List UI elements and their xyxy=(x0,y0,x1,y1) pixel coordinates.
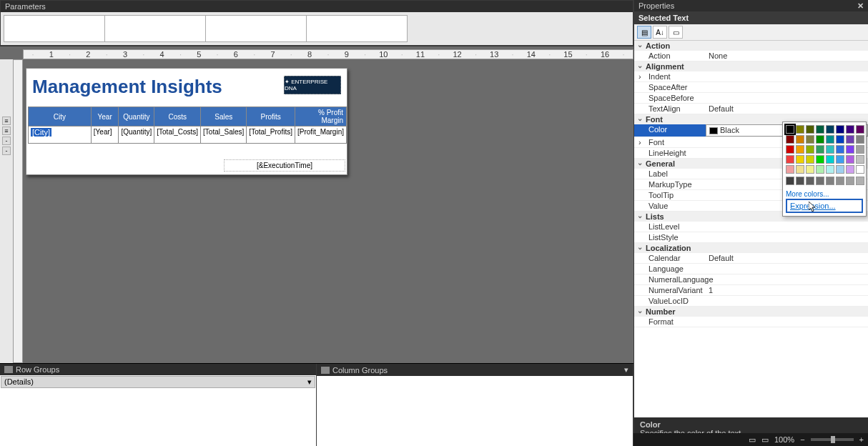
zoom-in-button[interactable]: + xyxy=(859,435,864,444)
color-swatch[interactable] xyxy=(846,155,854,164)
color-swatch[interactable] xyxy=(796,125,804,134)
expression-link[interactable]: Expression... xyxy=(786,199,863,213)
more-colors-link[interactable]: More colors... xyxy=(786,189,863,199)
color-swatch[interactable] xyxy=(816,155,824,164)
color-swatch[interactable] xyxy=(816,177,824,185)
grid-icon xyxy=(321,367,330,374)
color-swatch[interactable] xyxy=(826,155,834,164)
categorized-button[interactable]: ▤ xyxy=(637,26,651,39)
color-swatch[interactable] xyxy=(826,145,834,154)
handle-icon[interactable]: - xyxy=(2,147,11,155)
color-swatch[interactable] xyxy=(796,165,804,174)
color-swatch[interactable] xyxy=(846,135,854,144)
color-swatch[interactable] xyxy=(856,177,864,185)
grid-icon xyxy=(4,366,13,373)
row-handles: ≡ ≡ - - xyxy=(0,59,13,363)
color-swatch[interactable] xyxy=(856,145,864,154)
handle-icon[interactable]: ≡ xyxy=(2,117,11,125)
color-swatch[interactable] xyxy=(826,177,834,185)
color-swatch[interactable] xyxy=(826,135,834,144)
chevron-down-icon[interactable]: ▾ xyxy=(307,377,312,387)
color-swatch[interactable] xyxy=(806,165,814,174)
color-swatch[interactable] xyxy=(836,125,844,134)
parameters-body xyxy=(1,12,633,45)
design-surface[interactable]: ·1·2·3·4·5·6·7·8·9·10·11·12·13·14·15·16·… xyxy=(0,46,633,363)
selected-text-label: Selected Text xyxy=(634,11,868,24)
color-swatch[interactable] xyxy=(846,165,854,174)
color-swatch[interactable] xyxy=(786,125,794,134)
handle-icon[interactable]: - xyxy=(2,137,11,145)
status-bar: ▭ ▭ 100% − + xyxy=(633,433,868,446)
properties-grid[interactable]: ActionActionNoneAlignment› IndentSpaceAf… xyxy=(634,41,868,417)
color-swatch[interactable] xyxy=(786,135,794,144)
column-groups-header: Column Groups ▾ xyxy=(317,364,633,376)
color-swatch[interactable] xyxy=(816,125,824,134)
properties-header: Properties ✕ xyxy=(634,0,868,11)
color-swatch[interactable] xyxy=(836,155,844,164)
details-group[interactable]: (Details) ▾ xyxy=(1,376,315,388)
color-swatch[interactable] xyxy=(806,177,814,185)
color-swatch[interactable] xyxy=(836,177,844,185)
zoom-slider[interactable] xyxy=(811,438,854,441)
logo-image[interactable]: ✦ ENTERPRISE DNA xyxy=(284,76,341,94)
color-swatch[interactable] xyxy=(786,145,794,154)
color-swatch[interactable] xyxy=(826,165,834,174)
zoom-out-button[interactable]: − xyxy=(800,435,804,444)
report-canvas[interactable]: Management Insights ✦ ENTERPRISE DNA Cit… xyxy=(26,68,347,175)
chevron-down-icon[interactable]: ▾ xyxy=(624,365,628,375)
view-icon[interactable]: ▭ xyxy=(761,435,769,445)
color-swatch[interactable] xyxy=(846,145,854,154)
color-swatch[interactable] xyxy=(816,135,824,144)
color-swatch[interactable] xyxy=(856,165,864,174)
color-swatch[interactable] xyxy=(816,165,824,174)
color-swatch[interactable] xyxy=(786,177,794,185)
color-swatch[interactable] xyxy=(836,135,844,144)
color-picker-popup: More colors... Expression... xyxy=(782,122,867,217)
param-cell[interactable] xyxy=(306,15,408,42)
view-icon[interactable]: ▭ xyxy=(749,435,756,445)
close-icon[interactable]: ✕ xyxy=(857,1,864,11)
color-swatch[interactable] xyxy=(836,165,844,174)
color-swatch[interactable] xyxy=(796,155,804,164)
alphabetical-button[interactable]: A↓ xyxy=(653,26,667,39)
color-swatch[interactable] xyxy=(846,125,854,134)
color-swatch[interactable] xyxy=(826,125,834,134)
parameters-header: Parameters xyxy=(1,1,633,12)
color-swatch[interactable] xyxy=(856,135,864,144)
color-swatch[interactable] xyxy=(806,125,814,134)
properties-toolbar: ▤ A↓ ▭ xyxy=(634,24,868,41)
color-swatch[interactable] xyxy=(856,125,864,134)
color-swatch[interactable] xyxy=(796,135,804,144)
tablix[interactable]: CityYearQuantityCostsSalesProfits% Profi… xyxy=(28,106,347,144)
color-swatch[interactable] xyxy=(806,145,814,154)
row-groups-header: Row Groups xyxy=(0,364,316,375)
ruler-vertical xyxy=(13,59,23,363)
handle-icon[interactable]: ≡ xyxy=(2,127,11,135)
param-cell[interactable] xyxy=(4,15,105,42)
param-cell[interactable] xyxy=(205,15,307,42)
property-pages-button[interactable]: ▭ xyxy=(669,26,683,39)
execution-time-field[interactable]: [&ExecutionTime] xyxy=(224,159,345,172)
color-swatch[interactable] xyxy=(816,145,824,154)
ruler-horizontal: ·1·2·3·4·5·6·7·8·9·10·11·12·13·14·15·16· xyxy=(23,49,633,59)
color-swatch[interactable] xyxy=(786,165,794,174)
color-swatch[interactable] xyxy=(796,177,804,185)
zoom-level: 100% xyxy=(774,435,794,444)
color-swatch[interactable] xyxy=(836,145,844,154)
color-swatch[interactable] xyxy=(796,145,804,154)
param-cell[interactable] xyxy=(104,15,206,42)
color-swatch[interactable] xyxy=(786,155,794,164)
color-swatch[interactable] xyxy=(806,135,814,144)
color-swatch[interactable] xyxy=(806,155,814,164)
color-swatch[interactable] xyxy=(846,177,854,185)
color-swatch[interactable] xyxy=(856,155,864,164)
